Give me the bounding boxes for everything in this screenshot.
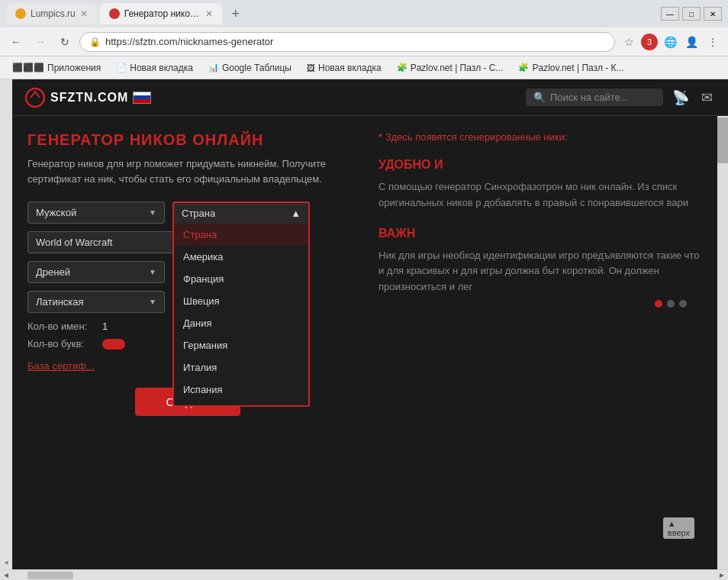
search-icon: 🔍 <box>533 92 546 103</box>
tab-1-title: Lumpics.ru <box>31 8 76 19</box>
count-value: 1 <box>102 321 108 332</box>
bookmark-apps[interactable]: ⬛⬛⬛ Приложения <box>6 60 107 76</box>
bookmark-pazlov-2-label: Pazlov.net | Пазл - К... <box>532 63 623 73</box>
site-logo: SFZTN.COM <box>24 87 151 108</box>
minimize-button[interactable]: — <box>661 7 679 21</box>
dropdown-item-2[interactable]: Франция <box>174 268 308 290</box>
language-value: Латинская <box>36 296 84 308</box>
form-row-1: Мужской ▼ Страна ▲ Страна Америка <box>27 201 348 224</box>
dot-3[interactable] <box>679 300 687 308</box>
scroll-thumb[interactable] <box>27 572 73 579</box>
new-tab-button[interactable]: + <box>225 3 246 24</box>
scroll-left-indicator: ◄ <box>0 79 12 569</box>
letters-label: Кол-во букв: <box>27 338 96 350</box>
tab-2[interactable]: Генератор ников- красивые ни... ✕ <box>100 3 222 24</box>
rss-button[interactable]: 📡 <box>669 86 692 109</box>
right-title-2: ВАЖН <box>378 227 702 240</box>
site-search[interactable]: 🔍 Поиск на сайте... <box>526 89 663 106</box>
bookmark-pazlov-1[interactable]: 🧩 Pazlov.net | Пазл - С... <box>391 60 510 76</box>
letters-toggle[interactable] <box>102 339 125 350</box>
logo-icon <box>24 87 46 108</box>
count-label: Кол-во имен: <box>27 321 96 332</box>
game-value: World of Warcraft <box>36 237 112 248</box>
bookmark-new-tab-1[interactable]: 📄 Новая вкладка <box>110 60 199 76</box>
dropdown-item-8[interactable]: Украина <box>174 401 308 407</box>
mail-button[interactable]: ✉ <box>698 86 716 109</box>
bookmark-pazlov-2[interactable]: 🧩 Pazlov.net | Пазл - К... <box>512 60 630 76</box>
bookmark-apps-label: Приложения <box>47 63 101 73</box>
scroll-up-hint[interactable]: ▲вверх <box>663 517 694 539</box>
logo-text: SFZTN.COM <box>50 91 128 105</box>
close-button[interactable]: ✕ <box>704 7 722 21</box>
generated-hint: * Здесь появятся сгенерированные ники: <box>378 131 702 143</box>
dropdown-item-1[interactable]: Америка <box>174 246 308 268</box>
bookmark-new-tab-1-label: Новая вкладка <box>130 63 193 73</box>
dropdown-arrow-up: ▲ <box>291 208 301 219</box>
dropdown-item-0[interactable]: Страна <box>174 224 308 246</box>
gender-select[interactable]: Мужской ▼ <box>27 201 165 224</box>
bookmark-sheets-label: Google Таблицы <box>222 63 292 73</box>
address-right-buttons: ☆ 3 🌐 👤 ⋮ <box>620 33 722 51</box>
dot-1[interactable] <box>655 300 662 308</box>
bookmark-new-tab-2[interactable]: 🖼 Новая вкладка <box>301 60 388 76</box>
pazlov-2-icon: 🧩 <box>518 63 529 72</box>
language-select[interactable]: Латинская ▼ <box>27 291 165 313</box>
extension-btn-1[interactable]: 3 <box>641 34 658 50</box>
scrollbar-thumb[interactable] <box>717 118 728 163</box>
star-button[interactable]: ☆ <box>620 33 638 51</box>
dropdown-item-3[interactable]: Швеция <box>174 290 308 312</box>
tab-1[interactable]: Lumpics.ru ✕ <box>6 3 97 24</box>
pazlov-1-icon: 🧩 <box>397 63 407 72</box>
tab-2-title: Генератор ников- красивые ни... <box>124 8 201 19</box>
dropdown-header[interactable]: Страна ▲ <box>172 201 310 224</box>
bottom-scrollbar[interactable]: ◄ ► <box>0 569 728 580</box>
dot-2[interactable] <box>667 300 675 308</box>
new-tab-2-icon: 🖼 <box>307 63 315 72</box>
sheets-icon: 📊 <box>208 63 219 72</box>
right-text-2: Ник для игры необход идентификации игро … <box>378 248 702 295</box>
dropdown-item-6[interactable]: Италия <box>174 356 308 379</box>
back-button[interactable]: ← <box>6 32 26 52</box>
right-text-1: С помощью генератор Синхрофазотрон мо ни… <box>378 179 702 211</box>
site-header: SFZTN.COM 🔍 Поиск на сайте... 📡 ✉ <box>12 79 728 116</box>
dropdown-item-5[interactable]: Германия <box>174 334 308 356</box>
race-value: Дреней <box>36 266 70 278</box>
tab-2-icon <box>109 8 120 19</box>
title-bar: Lumpics.ru ✕ Генератор ников- красивые н… <box>0 0 728 27</box>
forward-button[interactable]: → <box>31 32 50 52</box>
generator-title: ГЕНЕРАТОР НИКОВ ОНЛАЙН <box>27 131 348 149</box>
address-input[interactable]: 🔒 https://sfztn.com/nicknames-generator <box>79 32 615 52</box>
bookmark-new-tab-2-label: Новая вкладка <box>318 63 382 73</box>
extension-btn-2[interactable]: 🌐 <box>661 33 679 51</box>
address-text: https://sfztn.com/nicknames-generator <box>105 36 605 47</box>
gender-arrow: ▼ <box>149 208 156 217</box>
russia-flag <box>133 92 151 104</box>
dropdown-list[interactable]: Страна Америка Франция Швеция Дания Герм… <box>172 224 310 407</box>
tab-2-close[interactable]: ✕ <box>205 8 213 19</box>
menu-button[interactable]: ⋮ <box>704 33 722 51</box>
dropdown-item-4[interactable]: Дания <box>174 312 308 334</box>
country-dropdown[interactable]: Страна ▲ Страна Америка Франция Швеция Д… <box>172 201 310 224</box>
bookmarks-bar: ⬛⬛⬛ Приложения 📄 Новая вкладка 📊 Google … <box>0 56 728 79</box>
window-controls: — □ ✕ <box>661 7 722 21</box>
pagination-dots <box>378 295 702 312</box>
generator-desc: Генератор ников для игр поможет придумат… <box>27 156 348 186</box>
tab-1-icon <box>15 8 26 19</box>
race-select[interactable]: Дреней ▼ <box>27 261 165 283</box>
refresh-button[interactable]: ↻ <box>55 32 75 52</box>
profile-btn[interactable]: 👤 <box>682 33 701 51</box>
dropdown-item-7[interactable]: Испания <box>174 379 308 401</box>
language-arrow: ▼ <box>149 298 156 306</box>
bookmark-sheets[interactable]: 📊 Google Таблицы <box>202 60 298 76</box>
right-panel: * Здесь появятся сгенерированные ники: У… <box>363 116 717 569</box>
tab-1-close[interactable]: ✕ <box>80 8 88 19</box>
gender-value: Мужской <box>36 207 76 218</box>
cert-link[interactable]: База сертиф... <box>27 360 95 372</box>
scroll-left-arrow[interactable]: ◄ <box>0 571 12 579</box>
dropdown-header-label: Страна <box>182 208 215 219</box>
site-header-right: 🔍 Поиск на сайте... 📡 ✉ <box>526 86 716 109</box>
maximize-button[interactable]: □ <box>682 7 701 21</box>
site-scrollbar[interactable] <box>717 116 728 569</box>
scroll-right-arrow[interactable]: ► <box>716 571 728 579</box>
scroll-up-text: вверх <box>668 528 690 537</box>
